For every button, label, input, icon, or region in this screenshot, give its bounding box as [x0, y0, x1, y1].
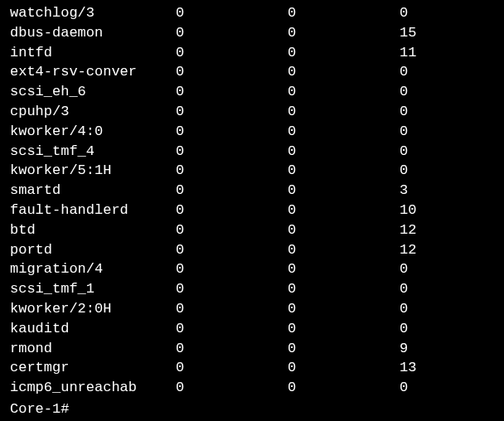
table-row: dbus-daemon0015 — [10, 23, 494, 43]
process-name: scsi_eh_6 — [10, 82, 176, 102]
process-col3: 0 — [400, 319, 504, 339]
process-col1: 0 — [176, 378, 288, 398]
table-row: btd0012 — [10, 220, 494, 240]
process-name: btd — [10, 220, 176, 240]
table-row: migration/4000 — [10, 259, 494, 279]
shell-prompt[interactable]: Core-1# — [10, 399, 494, 419]
process-col2: 0 — [288, 62, 400, 82]
process-name: rmond — [10, 339, 176, 359]
process-col1: 0 — [176, 43, 288, 63]
table-row: icmp6_unreachab000 — [10, 378, 494, 398]
process-col1: 0 — [176, 102, 288, 122]
process-col3: 12 — [400, 220, 504, 240]
process-col1: 0 — [176, 62, 288, 82]
process-name: dbus-daemon — [10, 23, 176, 43]
process-col2: 0 — [288, 279, 400, 299]
table-row: cpuhp/3000 — [10, 102, 494, 122]
process-table: watchlog/3000dbus-daemon0015intfd0011ext… — [10, 3, 494, 398]
table-row: certmgr0013 — [10, 358, 494, 378]
process-col3: 0 — [400, 279, 504, 299]
process-name: scsi_tmf_4 — [10, 142, 176, 162]
process-col1: 0 — [176, 220, 288, 240]
process-col3: 0 — [400, 378, 504, 398]
table-row: kworker/4:0000 — [10, 122, 494, 142]
process-col2: 0 — [288, 319, 400, 339]
process-col3: 0 — [400, 102, 504, 122]
table-row: portd0012 — [10, 240, 494, 260]
table-row: kworker/2:0H000 — [10, 299, 494, 319]
process-col3: 3 — [400, 181, 504, 201]
process-name: fault-handlerd — [10, 201, 176, 220]
process-col1: 0 — [176, 299, 288, 319]
process-col2: 0 — [288, 358, 400, 378]
process-col2: 0 — [288, 240, 400, 260]
process-col3: 0 — [400, 259, 504, 279]
process-col2: 0 — [288, 259, 400, 279]
process-name: migration/4 — [10, 259, 176, 279]
process-name: portd — [10, 240, 176, 260]
process-name: kworker/5:1H — [10, 161, 176, 181]
process-col1: 0 — [176, 23, 288, 43]
process-name: cpuhp/3 — [10, 102, 176, 122]
process-col3: 0 — [400, 3, 504, 23]
table-row: scsi_eh_6000 — [10, 82, 494, 102]
process-col3: 12 — [400, 240, 504, 260]
table-row: kauditd000 — [10, 319, 494, 339]
process-col3: 0 — [400, 122, 504, 142]
process-col1: 0 — [176, 358, 288, 378]
process-col1: 0 — [176, 161, 288, 181]
process-col2: 0 — [288, 122, 400, 142]
table-row: ext4-rsv-conver000 — [10, 62, 494, 82]
process-col3: 15 — [400, 23, 504, 43]
process-col2: 0 — [288, 23, 400, 43]
process-col2: 0 — [288, 82, 400, 102]
table-row: kworker/5:1H000 — [10, 161, 494, 181]
process-name: icmp6_unreachab — [10, 378, 176, 398]
process-col1: 0 — [176, 201, 288, 220]
process-col2: 0 — [288, 43, 400, 63]
process-name: certmgr — [10, 358, 176, 378]
process-name: intfd — [10, 43, 176, 63]
process-col2: 0 — [288, 299, 400, 319]
process-col3: 0 — [400, 82, 504, 102]
process-col1: 0 — [176, 122, 288, 142]
process-col3: 0 — [400, 62, 504, 82]
process-name: kauditd — [10, 319, 176, 339]
table-row: smartd003 — [10, 181, 494, 201]
process-col2: 0 — [288, 142, 400, 162]
process-col1: 0 — [176, 259, 288, 279]
process-col3: 0 — [400, 142, 504, 162]
process-col1: 0 — [176, 3, 288, 23]
process-col3: 0 — [400, 299, 504, 319]
process-name: kworker/2:0H — [10, 299, 176, 319]
process-col1: 0 — [176, 319, 288, 339]
process-name: scsi_tmf_1 — [10, 279, 176, 299]
process-col1: 0 — [176, 181, 288, 201]
table-row: fault-handlerd0010 — [10, 201, 494, 220]
process-name: watchlog/3 — [10, 3, 176, 23]
process-col3: 0 — [400, 161, 504, 181]
process-col1: 0 — [176, 240, 288, 260]
process-col1: 0 — [176, 339, 288, 359]
process-col3: 11 — [400, 43, 504, 63]
process-col2: 0 — [288, 102, 400, 122]
process-col1: 0 — [176, 279, 288, 299]
table-row: rmond009 — [10, 339, 494, 359]
process-col3: 13 — [400, 358, 504, 378]
process-col1: 0 — [176, 142, 288, 162]
process-col2: 0 — [288, 181, 400, 201]
process-name: ext4-rsv-conver — [10, 62, 176, 82]
process-col2: 0 — [288, 161, 400, 181]
process-col1: 0 — [176, 82, 288, 102]
table-row: watchlog/3000 — [10, 3, 494, 23]
process-col2: 0 — [288, 201, 400, 220]
process-col2: 0 — [288, 378, 400, 398]
process-name: smartd — [10, 181, 176, 201]
process-col2: 0 — [288, 220, 400, 240]
process-col3: 9 — [400, 339, 504, 359]
process-col2: 0 — [288, 339, 400, 359]
table-row: scsi_tmf_1000 — [10, 279, 494, 299]
table-row: scsi_tmf_4000 — [10, 142, 494, 162]
table-row: intfd0011 — [10, 43, 494, 63]
process-col2: 0 — [288, 3, 400, 23]
